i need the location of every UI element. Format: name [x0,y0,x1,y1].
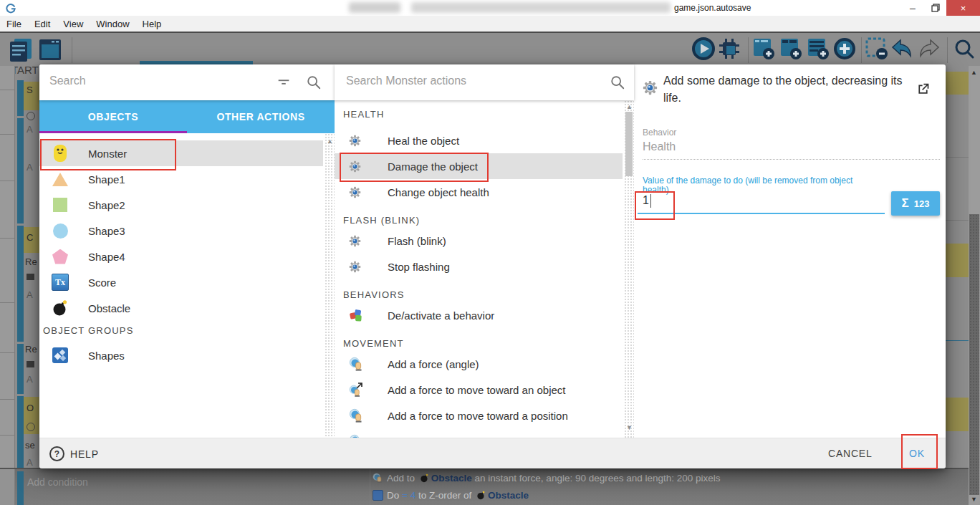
scrollbar-thumb[interactable] [969,214,979,495]
actions-list-scrollbar[interactable]: ▲ ▼ [624,100,634,438]
menu-file[interactable]: File [0,19,28,29]
action-item-add-force-toward-object[interactable]: Add a force to move toward an object [335,377,623,403]
title-bar: game.json.autosave – × [0,0,980,16]
gear-action-icon [349,186,361,198]
object-item-shape2[interactable]: Shape2 [39,192,323,218]
object-item-shape4[interactable]: Shape4 [39,244,323,269]
menu-edit[interactable]: Edit [28,19,57,29]
piano-icon [27,361,34,367]
window-title: game.json.autosave [674,3,751,13]
instruction-editor-dialog: OBJECTS OTHER ACTIONS Monster Shape1 [39,64,946,468]
action-item-stop-flashing[interactable]: Stop flashing [335,254,623,279]
menu-help[interactable]: Help [136,19,168,29]
play-button[interactable] [692,37,715,60]
scroll-up-icon[interactable]: ▲ [626,103,633,110]
expression-editor-button[interactable]: Σ 123 [891,191,940,216]
help-button[interactable]: ? HELP [49,446,99,461]
action-item-heal[interactable]: Heal the object [335,128,623,153]
behavior-action-icon [349,308,363,322]
scroll-up-icon[interactable]: ▲ [327,138,333,145]
event-action-row[interactable]: Add to Obstacle an instant force, angle:… [373,473,721,484]
pentagon-object-icon [52,247,69,266]
action-description: Add some damage to the object, decreasin… [663,72,911,107]
object-item-score[interactable]: Tx Score [39,269,323,295]
add-event-button[interactable] [807,37,830,60]
tab-active-indicator [39,131,187,133]
scene-editor-icon[interactable] [37,37,63,62]
add-condition-placeholder[interactable]: Add condition [27,476,88,488]
dialog-footer: ? HELP CANCEL OK [39,438,946,468]
scrollbar-thumb[interactable] [625,112,633,176]
objects-list-scrollbar[interactable]: ▲ [325,133,335,438]
param-value-input[interactable] [643,194,879,207]
action-item-deactivate-behavior[interactable]: De/activate a behavior [335,302,623,328]
events-sheet-icon[interactable] [9,37,33,62]
events-scrollbar[interactable]: ▲ ▼ [969,66,980,505]
menu-bar: File Edit View Window Help [0,16,980,32]
actions-panel: HEALTH Heal the object Damage the object… [335,64,634,438]
text-object-icon: Tx [52,273,69,292]
menu-view[interactable]: View [57,19,90,29]
search-icon[interactable] [306,74,322,90]
action-item-add-force-partial[interactable]: Add a force [335,428,623,438]
minimize-button[interactable]: – [901,0,924,16]
z-order-icon [373,490,383,501]
search-toolbar-button[interactable] [953,37,976,60]
action-item-change-health[interactable]: Change object health [335,179,623,205]
close-button[interactable]: × [946,0,980,16]
square-object-icon [52,196,69,214]
menu-window[interactable]: Window [90,19,135,29]
parameters-panel: Add some damage to the object, decreasin… [638,64,946,438]
help-button-label[interactable]: HELP [70,448,99,460]
sigma-icon: Σ [902,196,909,211]
object-item-obstacle[interactable]: Obstacle [39,295,323,321]
cancel-button[interactable]: CANCEL [824,447,877,460]
tab-objects[interactable]: OBJECTS [39,100,187,133]
event-margin-column [0,66,15,505]
scroll-down-icon[interactable]: ▼ [626,424,633,431]
highlight-box-ok-button [901,434,938,469]
section-health: HEALTH [343,109,385,120]
add-comment-button[interactable] [779,37,802,60]
redacted-path-blur [349,2,400,13]
add-sub-event-button[interactable] [752,37,775,60]
debug-button[interactable] [718,37,741,60]
restore-button[interactable] [924,0,946,16]
expression-button-label: 123 [914,198,930,209]
action-item-add-force-angle[interactable]: Add a force (angle) [335,351,623,377]
group-item-shapes[interactable]: Shapes [39,342,323,368]
bomb-object-icon [52,299,69,317]
restore-icon [931,4,940,12]
param-label: Value of the damage to do (will be remov… [643,176,865,195]
filter-icon[interactable] [276,74,292,90]
tab-other-actions[interactable]: OTHER ACTIONS [187,100,335,133]
section-behaviors: BEHAVIORS [343,289,405,300]
object-groups-header: OBJECT GROUPS [43,325,134,336]
highlight-box-damage-action [340,153,489,182]
scroll-down-icon[interactable]: ▼ [971,496,977,503]
circle-object-icon [52,221,69,240]
objects-search-input[interactable] [48,74,266,88]
behavior-label: Behavior [643,128,676,138]
scroll-up-icon[interactable]: ▲ [971,69,977,76]
event-text-fragment: S [27,85,33,95]
event-action-row[interactable]: Do = 4 to Z-order of Obstacle [373,490,529,501]
help-icon: ? [49,446,64,461]
event-header-block [946,244,969,277]
open-in-new-icon[interactable] [916,82,931,97]
add-circle-button[interactable] [833,37,856,60]
delete-event-button[interactable] [865,37,888,60]
timer-icon [27,112,35,120]
actions-search-input[interactable] [345,74,591,88]
action-item-add-force-toward-position[interactable]: Add a force to move toward a position [335,403,623,428]
highlight-box-param-value [635,191,675,220]
action-item-flash[interactable]: Flash (blink) [335,228,623,254]
section-flash: FLASH (BLINK) [343,215,420,226]
search-icon[interactable] [610,74,625,90]
object-item-shape3[interactable]: Shape3 [39,218,323,244]
undo-button[interactable] [890,37,913,60]
redo-button[interactable] [918,37,941,60]
highlight-box-monster [40,139,176,170]
objects-search-card [39,64,335,100]
gdevelop-logo-icon [5,2,16,14]
